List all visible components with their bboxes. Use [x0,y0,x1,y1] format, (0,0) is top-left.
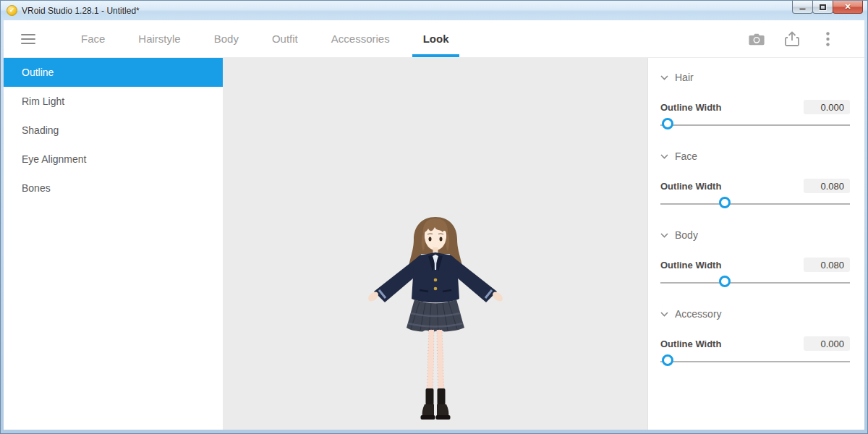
param-label: Outline Width [660,102,721,113]
tab-look[interactable]: Look [407,20,466,57]
outline-width-slider[interactable] [660,117,850,133]
param-value-field[interactable]: 0.080 [804,258,850,272]
title-bar: ✓ VRoid Studio 1.28.1 - Untitled* ✕ [1,1,867,20]
section-body: Body Outline Width 0.080 [660,216,850,294]
param-value-field[interactable]: 0.080 [804,179,850,193]
leg-right [437,330,444,389]
vroid-logo-icon: ✓ [7,5,17,16]
model-viewport[interactable] [223,58,647,430]
param-label: Outline Width [660,181,721,192]
character-model[interactable] [363,213,508,423]
sidebar-item-shading[interactable]: Shading [4,116,223,145]
main-navbar: Face Hairstyle Body Outfit Accessories L… [4,20,864,58]
tab-hairstyle[interactable]: Hairstyle [122,20,197,57]
hamburger-icon[interactable] [21,34,35,44]
chevron-down-icon [660,233,668,238]
section-body-header[interactable]: Body [660,228,850,242]
maximize-button[interactable] [812,1,833,14]
section-hair: Hair Outline Width 0.000 [660,58,850,137]
section-face: Face Outline Width 0.080 [660,137,850,216]
slider-handle[interactable] [662,354,673,366]
app-window: ✓ VRoid Studio 1.28.1 - Untitled* ✕ Face… [0,0,868,434]
section-title: Accessory [675,308,722,320]
window-title: VRoid Studio 1.28.1 - Untitled* [22,6,140,16]
slider-handle[interactable] [719,197,731,208]
section-title: Face [675,150,697,162]
close-icon: ✕ [844,2,851,12]
param-label: Outline Width [660,260,721,271]
chevron-down-icon [660,154,668,159]
chevron-down-icon [660,312,668,317]
chevron-down-icon [660,75,668,80]
section-face-header[interactable]: Face [660,149,850,163]
window-controls: ✕ [793,1,863,14]
main-tabs: Face Hairstyle Body Outfit Accessories L… [64,20,465,57]
export-icon[interactable] [784,31,800,47]
param-label: Outline Width [660,339,721,349]
sidebar-item-eye-alignment[interactable]: Eye Alignment [4,145,223,174]
minimize-button[interactable] [792,1,813,14]
kebab-menu-icon[interactable] [820,31,835,47]
sidebar-item-rim-light[interactable]: Rim Light [4,87,223,116]
tab-body[interactable]: Body [197,20,255,57]
tab-accessories[interactable]: Accessories [315,20,407,57]
param-value-field[interactable]: 0.000 [804,100,850,114]
section-accessory-header[interactable]: Accessory [660,307,850,321]
section-hair-header[interactable]: Hair [660,70,850,85]
slider-handle[interactable] [719,276,731,287]
section-accessory: Accessory Outline Width 0.000 [660,294,850,373]
param-value-field[interactable]: 0.000 [804,336,850,351]
window-frame: Face Hairstyle Body Outfit Accessories L… [1,20,867,433]
slider-handle[interactable] [662,118,673,129]
section-title: Hair [675,72,694,83]
sidebar-item-bones[interactable]: Bones [4,174,223,203]
outline-width-slider[interactable] [660,354,850,370]
navbar-actions [749,31,864,47]
leg-left [427,330,434,389]
close-button[interactable]: ✕ [833,1,863,14]
tab-outfit[interactable]: Outfit [255,20,315,57]
sidebar-item-outline[interactable]: Outline [4,58,223,87]
camera-icon[interactable] [749,31,765,47]
slider-track [660,203,850,205]
outline-parameters-panel: Hair Outline Width 0.000 [647,58,864,430]
maximize-icon [820,4,826,10]
outline-width-slider[interactable] [660,196,850,212]
section-title: Body [675,229,698,241]
outline-width-slider[interactable] [660,275,850,291]
slider-track [660,361,850,362]
minimize-icon [799,8,806,10]
tab-face[interactable]: Face [64,20,122,57]
slider-track [660,282,850,284]
look-sidebar: Outline Rim Light Shading Eye Alignment … [4,58,223,430]
slider-track [660,124,850,126]
